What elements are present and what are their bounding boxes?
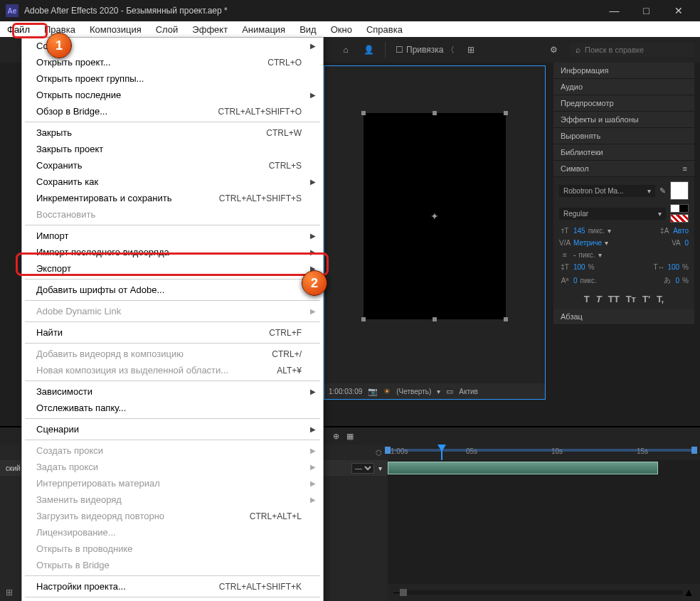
camera-icon[interactable]: 📷 <box>368 387 378 396</box>
tl-icon-1[interactable]: ⊕ <box>333 432 339 441</box>
menu-view[interactable]: Вид <box>292 21 324 37</box>
panel-align[interactable]: Выровнять <box>553 128 694 144</box>
none-swatch[interactable] <box>670 214 689 223</box>
viewer-quality[interactable]: (Четверть) <box>396 388 431 395</box>
menu-item[interactable]: Зависимости▶ <box>22 383 323 400</box>
smallcaps-button[interactable]: Tт <box>626 294 636 304</box>
stroke-swatch[interactable] <box>670 204 689 213</box>
menu-item[interactable]: Настройки проекта...CTRL+ALT+SHIFT+K <box>22 578 323 595</box>
menu-separator <box>25 321 320 322</box>
playhead[interactable] <box>441 445 442 460</box>
vscale-field[interactable]: T↔100% <box>653 263 689 271</box>
timeline-tracks[interactable] <box>388 460 700 588</box>
handle-tl[interactable] <box>361 111 366 115</box>
menu-composition[interactable]: Композиция <box>83 21 149 37</box>
zoom-in-icon[interactable]: ▲ <box>683 586 694 599</box>
submenu-arrow-icon: ▶ <box>310 447 316 454</box>
help-search-input[interactable] <box>585 46 689 54</box>
handle-bc[interactable] <box>433 317 437 321</box>
panel-effects[interactable]: Эффекты и шаблоны <box>553 112 694 128</box>
minimize-button[interactable]: ― <box>598 0 630 21</box>
allcaps-button[interactable]: TT <box>608 294 620 304</box>
menu-item[interactable]: СохранитьCTRL+S <box>22 157 323 174</box>
font-size-field[interactable]: тT145пикс.▾ <box>559 227 611 235</box>
panel-menu-icon[interactable]: ≡ <box>683 164 687 173</box>
timeline-zoom[interactable]: – ▲ <box>388 584 700 601</box>
menu-item[interactable]: ЗакрытьCTRL+W <box>22 124 323 141</box>
panel-preview[interactable]: Предпросмотр <box>553 95 694 112</box>
menu-item[interactable]: Открыть последние▶ <box>22 87 323 103</box>
superscript-button[interactable]: T' <box>642 294 650 304</box>
eyedropper-icon[interactable]: ✎ <box>659 186 666 196</box>
menu-item[interactable]: Открыть проект группы... <box>22 70 323 87</box>
menu-effect[interactable]: Эффект <box>185 21 235 37</box>
menu-item[interactable]: Обзор в Bridge...CTRL+ALT+SHIFT+O <box>22 103 323 119</box>
bold-button[interactable]: T <box>584 294 590 304</box>
menu-item[interactable]: НайтиCTRL+F <box>22 324 323 341</box>
tracking-field[interactable]: VA0 <box>670 239 689 247</box>
chevron-down-icon[interactable]: ▾ <box>437 388 440 395</box>
panel-libraries[interactable]: Библиотеки <box>553 144 694 161</box>
menu-item[interactable]: Импорт▶ <box>22 228 323 244</box>
subscript-button[interactable]: T, <box>657 294 664 304</box>
menu-separator <box>25 279 320 280</box>
grid-icon[interactable]: ⊞ <box>465 45 477 55</box>
viewer-timecode[interactable]: 1:00:03:09 <box>329 388 362 395</box>
zoom-out-icon[interactable]: – <box>393 586 400 599</box>
menu-item: Интерпретировать материал▶ <box>22 475 323 491</box>
menu-window[interactable]: Окно <box>324 21 359 37</box>
menu-item[interactable]: Отслеживать папку... <box>22 400 323 416</box>
fill-swatch[interactable] <box>670 181 689 200</box>
panel-paragraph[interactable]: Абзац <box>553 309 694 325</box>
handle-bl[interactable] <box>361 317 366 321</box>
italic-button[interactable]: T <box>596 294 602 304</box>
toggle-switches-icon[interactable]: ⊞ <box>6 587 13 597</box>
time-ruler[interactable]: 1:00s 05s 10s 15s <box>388 445 700 460</box>
layer-clip[interactable] <box>388 462 658 474</box>
menu-layer[interactable]: Слой <box>149 21 186 37</box>
menu-animation[interactable]: Анимация <box>235 21 292 37</box>
close-button[interactable]: ✕ <box>662 0 694 21</box>
person-icon[interactable]: 👤 <box>362 45 375 55</box>
panel-character-header[interactable]: Символ≡ <box>553 161 694 177</box>
composition-viewer[interactable]: ✦ 1:00:03:09 📷 ☀ (Четверть) ▾ ▭ Актив <box>324 65 546 400</box>
chevron-down-icon[interactable]: ▾ <box>378 464 382 472</box>
titlebar: Ae Adobe After Effects 2020 - Безымянный… <box>0 0 700 21</box>
viewer-active[interactable]: Актив <box>459 388 478 395</box>
hscale-field[interactable]: ‡T100% <box>559 263 595 271</box>
zoom-handle[interactable] <box>400 589 407 596</box>
font-family-select[interactable]: Robotron Dot Ma...▾ <box>559 185 655 197</box>
menu-item[interactable]: Инкрементировать и сохранитьCTRL+ALT+SHI… <box>22 190 323 206</box>
layer-mode-select[interactable]: — <box>351 463 374 474</box>
viewer-canvas[interactable]: ✦ <box>364 113 506 319</box>
menu-item[interactable]: Открыть проект...CTRL+O <box>22 54 323 70</box>
work-area-start[interactable] <box>385 447 391 454</box>
menu-item[interactable]: Добавить шрифты от Adobe... <box>22 282 323 298</box>
panel-info[interactable]: Информация <box>553 63 694 79</box>
colorprofile-icon[interactable]: ☀ <box>383 387 391 396</box>
snap-toggle[interactable]: ☐ Привязка 〈 <box>396 44 455 56</box>
maximize-button[interactable]: □ <box>630 0 662 21</box>
display-icon[interactable]: ▭ <box>446 387 453 396</box>
help-search[interactable]: ⌕ <box>570 43 694 57</box>
work-area[interactable] <box>388 449 694 452</box>
work-area-end[interactable] <box>691 447 697 454</box>
kerning-field[interactable]: V/AМетриче▾ <box>559 239 608 247</box>
handle-tr[interactable] <box>504 111 508 115</box>
settings-icon[interactable]: ⚙ <box>547 45 560 55</box>
menu-help[interactable]: Справка <box>359 21 410 37</box>
panel-audio[interactable]: Аудио <box>553 79 694 95</box>
menu-item[interactable]: Закрыть проект <box>22 141 323 157</box>
handle-tc[interactable] <box>433 111 437 115</box>
menu-item[interactable]: Сценарии▶ <box>22 421 323 437</box>
stroke-width-field[interactable]: ≡-пикс.▾ <box>559 251 602 259</box>
handle-br[interactable] <box>504 317 508 321</box>
baseline-field[interactable]: Aª0пикс. <box>559 277 597 284</box>
menu-item[interactable]: Сохранить как▶ <box>22 174 323 190</box>
home-icon[interactable]: ⌂ <box>339 45 352 55</box>
font-style-select[interactable]: Regular▾ <box>559 208 666 220</box>
parent-column-icon[interactable]: ⬡ <box>376 449 382 457</box>
tl-icon-2[interactable]: ▦ <box>346 432 354 441</box>
leading-field[interactable]: ‡AАвто <box>659 227 689 235</box>
tsume-field[interactable]: あ0% <box>662 275 689 285</box>
